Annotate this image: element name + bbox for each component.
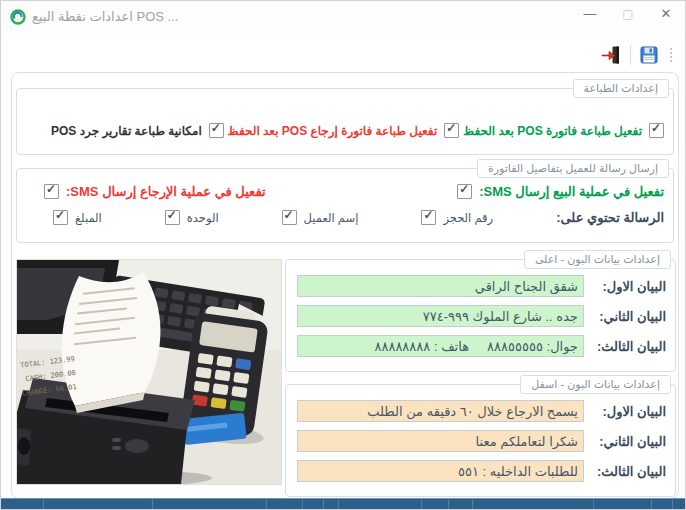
status-segment [323, 499, 338, 509]
checkbox-unit[interactable] [165, 210, 180, 225]
field-row: البيان الثالث: [297, 460, 666, 482]
statement2-label: البيان الثاني: [590, 434, 666, 449]
exit-icon[interactable] [600, 44, 622, 66]
window-controls: — ▢ ✕ [583, 6, 673, 21]
field-row: البيان الثالث: [297, 335, 666, 357]
unit-label: الوحدة [187, 211, 219, 225]
title-bar: اعدادات نقطة البيع POS ... — ▢ ✕ [1, 1, 685, 33]
reservation-number-label: رقم الحجز [443, 211, 493, 225]
checkbox-amount[interactable] [53, 210, 68, 225]
checkbox-reservation-number[interactable] [421, 210, 436, 225]
sms-on-return-label: تفعيل في عملية الإرجاع إرسال SMS: [66, 184, 266, 199]
field-row: البيان الثاني: [297, 305, 666, 327]
status-segment [1, 499, 43, 509]
status-segment [338, 499, 421, 509]
sms-settings-title: إرسال رسالة للعميل بتفاصيل الفاتورة [477, 159, 669, 178]
receipt-data-bottom-title: إعدادات بيانات البون - اسفل [520, 375, 671, 394]
checkbox-customer-name[interactable] [282, 210, 297, 225]
customer-name-label: إسم العميل [304, 211, 359, 225]
contains-reservation-number-option: رقم الحجز [421, 210, 493, 225]
maximize-button[interactable]: ▢ [621, 7, 635, 21]
statement1-top-input[interactable] [297, 275, 584, 297]
field-row: البيان الاول: [297, 400, 666, 422]
receipt-data-bottom-group: إعدادات بيانات البون - اسفل البيان الاول… [285, 384, 676, 497]
print-inventory-reports-label: امكانية طباعة تقارير جرد POS [51, 124, 202, 138]
statement1-label: البيان الاول: [590, 279, 666, 294]
field-row: البيان الثاني: [297, 430, 666, 452]
status-segment [448, 499, 472, 509]
statement1-label: البيان الاول: [590, 404, 666, 419]
status-segment [266, 499, 302, 509]
statement3-top-input[interactable] [297, 335, 584, 357]
status-segment [651, 499, 672, 509]
status-bar [1, 498, 686, 509]
checkbox-print-return-invoice[interactable] [444, 123, 459, 138]
statement2-bottom-input[interactable] [297, 430, 584, 452]
close-button[interactable]: ✕ [659, 6, 673, 21]
message-contains-label: الرسالة تحتوي على: [556, 210, 664, 225]
checkbox-print-pos-invoice[interactable] [649, 123, 664, 138]
statement3-label: البيان الثالث: [590, 339, 666, 354]
contains-unit-option: الوحدة [165, 210, 219, 225]
save-icon[interactable] [639, 45, 659, 65]
contains-customer-name-option: إسم العميل [282, 210, 359, 225]
statement2-top-input[interactable] [297, 305, 584, 327]
toolbar-grip[interactable] [667, 48, 672, 62]
receipt-data-top-group: إعدادات بيانات البون - اعلى البيان الاول… [285, 259, 676, 372]
statement1-bottom-input[interactable] [297, 400, 584, 422]
sms-contents-row: الرسالة تحتوي على: رقم الحجز إسم العميل … [17, 199, 673, 225]
statement2-label: البيان الثاني: [590, 309, 666, 324]
toolbar [600, 42, 672, 68]
checkbox-print-inventory-reports[interactable] [209, 123, 224, 138]
field-row: البيان الاول: [297, 275, 666, 297]
contains-amount-option: المبلغ [53, 210, 102, 225]
checkbox-sms-on-return[interactable] [44, 184, 59, 199]
status-segment [302, 499, 323, 509]
sms-on-return-option: تفعيل في عملية الإرجاع إرسال SMS: [44, 184, 266, 199]
status-segment [593, 499, 651, 509]
status-segment [43, 499, 152, 509]
print-return-invoice-label: تفعيل طباعة فاتورة إرجاع POS بعد الحفظ [228, 124, 438, 138]
sms-settings-group: إرسال رسالة للعميل بتفاصيل الفاتورة تفعي… [16, 168, 674, 243]
print-inventory-reports-option: امكانية طباعة تقارير جرد POS [51, 123, 224, 138]
main-panel: إعدادات الطباعة تفعيل طباعة فاتورة POS ب… [11, 72, 679, 499]
printing-settings-title: إعدادات الطباعة [573, 79, 669, 98]
status-segment [672, 499, 686, 509]
print-pos-invoice-option: تفعيل طباعة فاتورة POS بعد الحفظ [463, 123, 664, 138]
pos-photo-illustration: TOTAL: 123.99 CASH: 200.00 CHANGE: 66.01 [17, 260, 281, 484]
amount-label: المبلغ [75, 211, 102, 225]
print-pos-invoice-label: تفعيل طباعة فاتورة POS بعد الحفظ [463, 124, 642, 138]
status-segment [421, 499, 448, 509]
statement3-bottom-input[interactable] [297, 460, 584, 482]
window-title: اعدادات نقطة البيع POS ... [32, 9, 178, 24]
statement3-label: البيان الثالث: [590, 464, 666, 479]
receipt-data-top-title: إعدادات بيانات البون - اعلى [524, 250, 671, 269]
minimize-button[interactable]: — [583, 6, 597, 21]
pos-printer-photo: TOTAL: 123.99 CASH: 200.00 CHANGE: 66.01 [16, 259, 282, 485]
app-icon [10, 9, 26, 25]
sms-on-sale-label: تفعيل في عملية البيع إرسال SMS: [479, 184, 664, 199]
toolbar-separator [630, 45, 631, 65]
sms-on-sale-option: تفعيل في عملية البيع إرسال SMS: [457, 184, 664, 199]
print-return-invoice-option: تفعيل طباعة فاتورة إرجاع POS بعد الحفظ [228, 123, 460, 138]
printing-settings-group: إعدادات الطباعة تفعيل طباعة فاتورة POS ب… [16, 88, 674, 155]
checkbox-sms-on-sale[interactable] [457, 184, 472, 199]
status-segment [472, 499, 593, 509]
status-segment [152, 499, 266, 509]
